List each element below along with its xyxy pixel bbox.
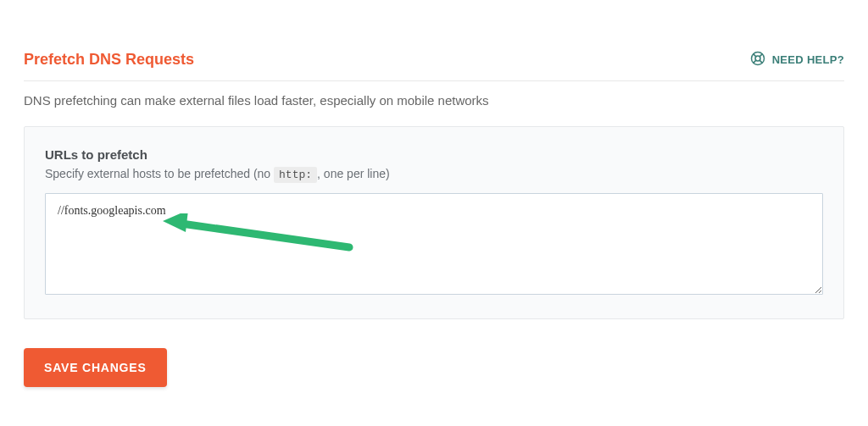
panel-subtitle: Specify external hosts to be prefetched …	[45, 167, 823, 181]
section-header: Prefetch DNS Requests NEED HELP?	[24, 51, 844, 81]
help-link-label: NEED HELP?	[772, 53, 844, 66]
help-icon	[750, 51, 765, 69]
urls-panel: URLs to prefetch Specify external hosts …	[24, 126, 844, 319]
panel-subtitle-pre: Specify external hosts to be prefetched …	[45, 167, 274, 180]
panel-title: URLs to prefetch	[45, 147, 823, 162]
help-link[interactable]: NEED HELP?	[750, 51, 844, 69]
section-description: DNS prefetching can make external files …	[24, 93, 844, 108]
section-title: Prefetch DNS Requests	[24, 51, 194, 69]
svg-line-2	[754, 54, 756, 57]
settings-section: Prefetch DNS Requests NEED HELP? DNS pre…	[0, 0, 868, 404]
panel-subtitle-post: , one per line)	[317, 167, 390, 180]
svg-line-3	[760, 60, 762, 63]
code-snippet: http:	[274, 167, 317, 183]
svg-line-5	[754, 60, 756, 63]
svg-line-4	[760, 54, 762, 57]
save-button[interactable]: SAVE CHANGES	[24, 348, 167, 387]
urls-textarea[interactable]	[45, 193, 823, 295]
